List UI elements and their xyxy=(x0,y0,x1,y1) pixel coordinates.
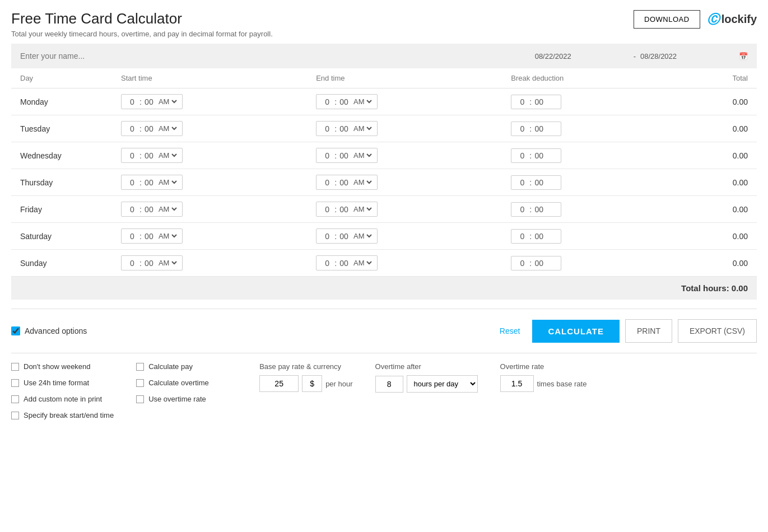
break-hour-0[interactable] xyxy=(516,97,528,106)
start-hour-2[interactable] xyxy=(126,151,138,160)
end-hour-2[interactable] xyxy=(321,151,333,160)
end-min-3[interactable] xyxy=(338,178,350,187)
break-hour-2[interactable] xyxy=(516,151,528,160)
start-ampm-6[interactable]: AMPM xyxy=(156,258,179,268)
adv-option-col1-0[interactable]: Don't show weekend xyxy=(11,362,114,371)
start-min-3[interactable] xyxy=(143,178,155,187)
start-ampm-2[interactable]: AMPM xyxy=(156,151,179,160)
reset-button[interactable]: Reset xyxy=(493,322,527,340)
break-hour-1[interactable] xyxy=(516,124,528,133)
calculate-button[interactable]: CALCULATE xyxy=(532,320,620,343)
end-hour-3[interactable] xyxy=(321,178,333,187)
start-min-0[interactable] xyxy=(143,97,155,106)
adv-checkbox-col1-0[interactable] xyxy=(11,363,19,371)
name-input[interactable] xyxy=(20,52,188,60)
end-ampm-3[interactable]: AMPM xyxy=(351,178,374,187)
start-min-2[interactable] xyxy=(143,151,155,160)
currency-input[interactable] xyxy=(302,375,322,392)
adv-checkbox-col1-1[interactable] xyxy=(11,379,19,387)
day-cell-0: Monday xyxy=(11,88,112,115)
adv-option-col2-1[interactable]: Calculate overtime xyxy=(136,379,237,387)
break-min-5[interactable] xyxy=(533,232,545,241)
end-time-cell-2: : AMPM xyxy=(307,142,502,169)
break-hour-3[interactable] xyxy=(516,178,528,187)
time-sep-start-3: : xyxy=(139,178,142,187)
time-sep-end-2: : xyxy=(334,151,337,160)
start-ampm-0[interactable]: AMPM xyxy=(156,97,179,106)
adv-checkbox-col1-3[interactable] xyxy=(11,412,19,419)
date-start-input[interactable] xyxy=(535,52,629,60)
advanced-options-checkbox[interactable] xyxy=(11,326,20,335)
end-hour-5[interactable] xyxy=(321,232,333,241)
start-ampm-4[interactable]: AMPM xyxy=(156,204,179,214)
end-ampm-2[interactable]: AMPM xyxy=(351,151,374,160)
end-min-5[interactable] xyxy=(338,232,350,241)
time-sep-end-4: : xyxy=(334,205,337,214)
pay-rate-value-input[interactable] xyxy=(259,375,299,392)
adv-checkbox-col2-2[interactable] xyxy=(136,395,144,403)
end-ampm-5[interactable]: AMPM xyxy=(351,231,374,241)
time-sep-end-0: : xyxy=(334,97,337,106)
end-min-0[interactable] xyxy=(338,97,350,106)
end-time-input-1: : AMPM xyxy=(316,121,378,136)
start-hour-6[interactable] xyxy=(126,259,138,268)
table-row: Monday : AMPM : AMPM xyxy=(11,88,757,115)
break-min-2[interactable] xyxy=(533,151,545,160)
start-hour-0[interactable] xyxy=(126,97,138,106)
start-ampm-1[interactable]: AMPM xyxy=(156,124,179,133)
start-hour-5[interactable] xyxy=(126,232,138,241)
overtime-value-input[interactable] xyxy=(375,376,403,393)
overtime-period-select[interactable]: hours per day hours per week xyxy=(407,375,478,393)
end-hour-1[interactable] xyxy=(321,124,333,133)
break-min-3[interactable] xyxy=(533,178,545,187)
time-sep-start-1: : xyxy=(139,124,142,133)
start-min-5[interactable] xyxy=(143,232,155,241)
end-ampm-4[interactable]: AMPM xyxy=(351,204,374,214)
start-hour-4[interactable] xyxy=(126,205,138,214)
end-min-6[interactable] xyxy=(338,259,350,268)
adv-option-col1-3[interactable]: Specify break start/end time xyxy=(11,411,114,419)
date-end-input[interactable] xyxy=(640,52,734,60)
end-min-1[interactable] xyxy=(338,124,350,133)
start-min-6[interactable] xyxy=(143,259,155,268)
break-min-4[interactable] xyxy=(533,205,545,214)
adv-checkbox-col2-0[interactable] xyxy=(136,363,144,371)
start-hour-3[interactable] xyxy=(126,178,138,187)
adv-option-col1-2[interactable]: Add custom note in print xyxy=(11,395,114,403)
break-min-0[interactable] xyxy=(533,97,545,106)
end-ampm-0[interactable]: AMPM xyxy=(351,97,374,106)
adv-label-col2-0: Calculate pay xyxy=(148,362,193,371)
break-hour-4[interactable] xyxy=(516,205,528,214)
end-ampm-1[interactable]: AMPM xyxy=(351,124,374,133)
break-cell-4: : xyxy=(502,196,675,223)
adv-option-col2-0[interactable]: Calculate pay xyxy=(136,362,237,371)
start-min-4[interactable] xyxy=(143,205,155,214)
export-button[interactable]: EXPORT (CSV) xyxy=(678,319,757,343)
adv-checkbox-col1-2[interactable] xyxy=(11,395,19,403)
total-cell-5: 0.00 xyxy=(675,223,757,250)
start-hour-1[interactable] xyxy=(126,124,138,133)
start-time-input-6: : AMPM xyxy=(121,255,183,270)
end-ampm-6[interactable]: AMPM xyxy=(351,258,374,268)
download-button[interactable]: DOWNLOAD xyxy=(634,10,700,29)
end-hour-0[interactable] xyxy=(321,97,333,106)
start-ampm-5[interactable]: AMPM xyxy=(156,231,179,241)
advanced-options-label[interactable]: Advanced options xyxy=(11,326,87,335)
break-min-1[interactable] xyxy=(533,124,545,133)
overtime-rate-value-input[interactable] xyxy=(500,375,534,392)
adv-option-col1-1[interactable]: Use 24h time format xyxy=(11,379,114,387)
break-hour-6[interactable] xyxy=(516,259,528,268)
end-min-2[interactable] xyxy=(338,151,350,160)
start-time-cell-0: : AMPM xyxy=(112,88,307,115)
adv-checkbox-col2-1[interactable] xyxy=(136,379,144,387)
start-min-1[interactable] xyxy=(143,124,155,133)
end-hour-6[interactable] xyxy=(321,259,333,268)
break-hour-5[interactable] xyxy=(516,232,528,241)
end-hour-4[interactable] xyxy=(321,205,333,214)
adv-option-col2-2[interactable]: Use overtime rate xyxy=(136,395,237,403)
end-min-4[interactable] xyxy=(338,205,350,214)
start-ampm-3[interactable]: AMPM xyxy=(156,178,179,187)
break-min-6[interactable] xyxy=(533,259,545,268)
print-button[interactable]: PRINT xyxy=(625,319,672,343)
time-sep-end-6: : xyxy=(334,259,337,268)
